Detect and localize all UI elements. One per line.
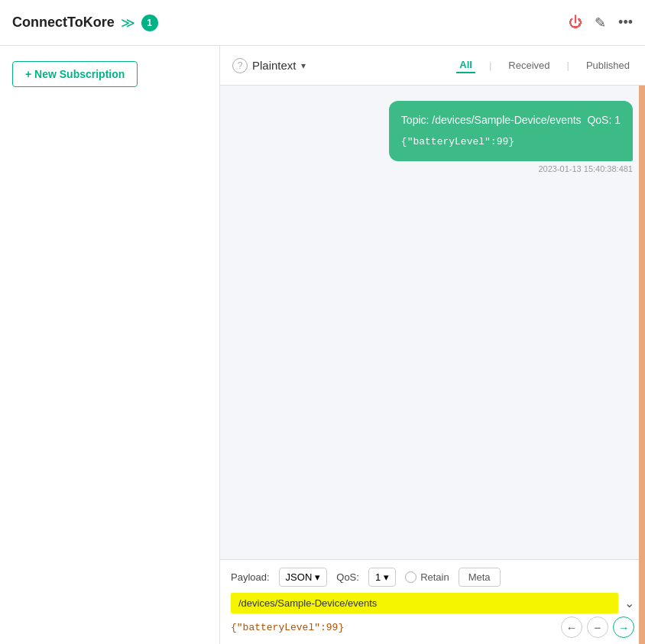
payload-code: {"batteryLevel":99} <box>231 622 344 633</box>
content-header: ? Plaintext ▾ All | Received | Published <box>220 46 645 86</box>
minus-button[interactable]: − <box>587 616 608 638</box>
power-icon[interactable]: ⏻ <box>569 15 582 31</box>
send-button[interactable]: → <box>613 616 634 638</box>
main-container: + New Subscription ? Plaintext ▾ All | R… <box>0 46 645 644</box>
topic-input[interactable] <box>231 593 618 613</box>
chevron-double-icon: ≫ <box>121 16 135 30</box>
more-icon[interactable]: ••• <box>618 15 633 31</box>
message-bubble-container: Topic: /devices/Sample-Device/events QoS… <box>232 101 633 173</box>
filter-received[interactable]: Received <box>505 58 553 73</box>
meta-button[interactable]: Meta <box>459 568 501 587</box>
expand-icon[interactable]: ⌄ <box>624 596 634 610</box>
publish-bar-row1: Payload: JSON ▾ QoS: 1 ▾ Retain Meta <box>231 568 634 587</box>
content-header-left: ? Plaintext ▾ <box>232 58 306 73</box>
edit-icon[interactable]: ✎ <box>595 15 606 31</box>
header-left: ConnectToKore ≫ 1 <box>12 15 158 31</box>
topic-input-container <box>231 593 618 613</box>
header-right: ⏻ ✎ ••• <box>569 15 633 31</box>
message-area: Topic: /devices/Sample-Device/events QoS… <box>220 86 645 559</box>
app-header: ConnectToKore ≫ 1 ⏻ ✎ ••• <box>0 0 645 46</box>
filter-published[interactable]: Published <box>583 58 633 73</box>
retain-label: Retain <box>420 571 449 583</box>
payload-format-select[interactable]: JSON ▾ <box>279 568 328 587</box>
publish-bar-row3: {"batteryLevel":99} ← − → <box>231 616 634 644</box>
retain-radio[interactable] <box>405 571 416 583</box>
message-topic: Topic: /devices/Sample-Device/events QoS… <box>401 112 621 128</box>
publish-bar: Payload: JSON ▾ QoS: 1 ▾ Retain Meta <box>220 559 645 644</box>
app-title: ConnectToKore <box>12 15 115 31</box>
message-payload: {"batteryLevel":99} <box>401 134 621 150</box>
back-button[interactable]: ← <box>561 616 582 638</box>
message-timestamp: 2023-01-13 15:40:38:481 <box>538 164 633 173</box>
sidebar: + New Subscription <box>0 46 220 644</box>
content-area: ? Plaintext ▾ All | Received | Published… <box>220 46 645 644</box>
notification-badge: 1 <box>141 15 158 31</box>
scrollbar[interactable] <box>639 86 645 644</box>
format-dropdown-arrow[interactable]: ▾ <box>301 60 306 71</box>
new-subscription-button[interactable]: + New Subscription <box>12 61 138 87</box>
filter-all[interactable]: All <box>456 57 475 73</box>
qos-select[interactable]: 1 ▾ <box>368 568 396 587</box>
help-icon[interactable]: ? <box>232 58 248 73</box>
qos-label: QoS: <box>336 571 359 583</box>
payload-label: Payload: <box>231 571 270 583</box>
action-buttons: ← − → <box>561 616 634 638</box>
format-label: Plaintext <box>252 59 297 72</box>
content-header-right: All | Received | Published <box>456 57 633 73</box>
message-bubble: Topic: /devices/Sample-Device/events QoS… <box>389 101 633 161</box>
publish-bar-row2: ⌄ <box>231 593 634 613</box>
retain-group: Retain <box>405 571 449 583</box>
